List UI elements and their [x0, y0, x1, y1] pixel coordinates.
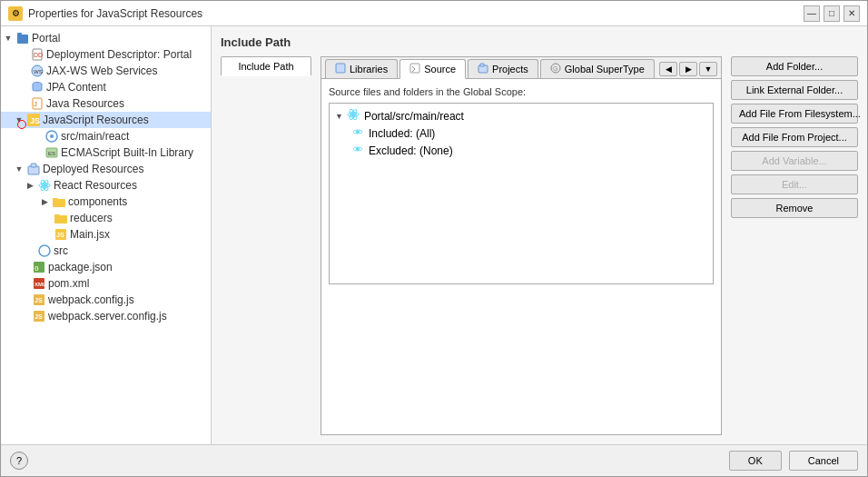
tree-item-portal[interactable]: ▼ Portal	[1, 30, 211, 46]
close-button[interactable]: ✕	[843, 5, 860, 22]
svg-rect-0	[17, 35, 28, 44]
tree-item-ecmascript[interactable]: ES ECMAScript Built-In Library	[1, 144, 211, 161]
tree-item-components[interactable]: ▶ components	[1, 194, 211, 210]
svg-rect-33	[410, 64, 419, 73]
tree-label: src/main/react	[61, 130, 129, 143]
tree-label: Main.jsx	[70, 228, 110, 241]
window-title: Properties for JavaScript Resources	[28, 7, 202, 20]
tabs-bar: Libraries Source Projects	[321, 57, 721, 79]
tree-item-java-resources[interactable]: J Java Resources	[1, 95, 211, 112]
expand-arrow	[19, 278, 30, 289]
xml-icon: XML	[32, 276, 46, 291]
expand-arrow	[32, 147, 43, 158]
scope-label: Source files and folders in the Global S…	[329, 86, 714, 97]
add-folder-button[interactable]: Add Folder...	[731, 56, 858, 76]
java-icon: J	[30, 96, 44, 111]
help-button[interactable]: ?	[10, 452, 28, 470]
svg-point-12	[50, 134, 54, 138]
tab-projects[interactable]: Projects	[468, 59, 538, 78]
project-tree: ▼ Portal DD Deployment Descriptor: Porta…	[1, 26, 212, 444]
expand-arrow	[17, 82, 28, 93]
expand-arrow: ▼	[14, 164, 25, 174]
tree-item-deployment-descriptor[interactable]: DD Deployment Descriptor: Portal	[1, 46, 211, 63]
svg-rect-16	[31, 164, 36, 167]
title-controls: — □ ✕	[804, 5, 860, 22]
cancel-button[interactable]: Cancel	[789, 451, 858, 471]
tree-item-main-jsx[interactable]: JS Main.jsx	[1, 226, 211, 243]
tab-more-button[interactable]: ▼	[699, 62, 717, 76]
tab-label: Projects	[492, 64, 528, 75]
tree-item-pom-xml[interactable]: XML pom.xml	[1, 275, 211, 292]
tab-libraries[interactable]: Libraries	[325, 59, 398, 78]
tree-item-package-json[interactable]: {} package.json	[1, 259, 211, 275]
webpack-server-icon: JS	[32, 309, 46, 323]
tree-item-jaxws[interactable]: WS JAX-WS Web Services	[1, 63, 211, 79]
svg-text:WS: WS	[34, 69, 43, 75]
file-tree-label: Included: (All)	[369, 127, 435, 140]
jpa-icon	[30, 80, 44, 94]
expand-arrow	[17, 65, 28, 76]
ecmascript-icon: ES	[44, 145, 59, 160]
svg-point-17	[43, 184, 46, 187]
tree-label: reducers	[70, 212, 113, 224]
tree-label: webpack.config.js	[48, 293, 134, 306]
tree-item-webpack-config[interactable]: JS webpack.config.js	[1, 292, 211, 308]
dialog-main-section: Libraries Source Projects	[321, 56, 722, 435]
tree-item-webpack-server-config[interactable]: JS webpack.server.config.js	[1, 308, 211, 324]
add-file-from-project-button[interactable]: Add File From Project...	[731, 127, 858, 147]
remove-button[interactable]: Remove	[731, 198, 858, 218]
react-src-icon	[347, 108, 360, 124]
tab-label: Libraries	[350, 64, 388, 75]
tab-forward-button[interactable]: ▶	[679, 62, 697, 76]
svg-text:{}: {}	[35, 265, 39, 271]
tree-item-deployed-resources[interactable]: ▼ Deployed Resources	[1, 161, 211, 177]
tree-label: pom.xml	[48, 277, 89, 290]
svg-text:JS: JS	[35, 313, 43, 320]
expand-arrow: ▼	[3, 33, 14, 44]
svg-text:ES: ES	[48, 151, 55, 156]
jsx-icon: JS	[54, 227, 68, 242]
tab-back-button[interactable]: ◀	[659, 62, 677, 76]
tab-label: Source	[424, 64, 456, 75]
source-file-tree: ▼ Portal/src/main/react	[329, 103, 714, 284]
file-tree-item-excluded[interactable]: Excluded: (None)	[333, 142, 709, 159]
tree-label: components	[68, 195, 127, 208]
expand-arrow	[17, 98, 28, 109]
tab-global-supertype[interactable]: G Global SuperType	[540, 59, 655, 78]
svg-text:G: G	[553, 65, 557, 72]
add-variable-button[interactable]: Add Variable...	[731, 151, 858, 171]
minimize-button[interactable]: —	[804, 5, 820, 22]
dialog-left-section: Include Path	[221, 56, 311, 435]
tree-item-jpa[interactable]: JPA Content	[1, 79, 211, 95]
properties-dialog: Include Path Include Path Libraries	[212, 26, 867, 444]
svg-text:J: J	[34, 101, 37, 107]
svg-text:JS: JS	[56, 232, 64, 238]
tree-item-javascript-resources[interactable]: ▼ JS JavaScript Resources	[1, 112, 211, 128]
expand-arrow	[32, 131, 43, 142]
webpack-icon: JS	[32, 293, 46, 307]
folder-icon	[54, 211, 68, 225]
content-area: ▼ Portal DD Deployment Descriptor: Porta…	[1, 26, 867, 444]
tree-item-src[interactable]: src	[1, 243, 211, 259]
tree-item-src-main-react[interactable]: src/main/react	[1, 128, 211, 144]
tab-source[interactable]: Source	[399, 59, 466, 79]
file-tree-item-included[interactable]: Included: (All)	[333, 124, 709, 142]
svg-text:JS: JS	[35, 297, 43, 303]
tree-item-react-resources[interactable]: ▶ React Resources	[1, 177, 211, 194]
bottom-bar: ? OK Cancel	[1, 444, 867, 476]
svg-point-23	[39, 245, 50, 256]
window-icon: ⚙	[8, 6, 23, 21]
source-tab-icon	[409, 63, 420, 75]
link-external-folder-button[interactable]: Link External Folder...	[731, 80, 858, 100]
expand-arrow	[41, 229, 52, 240]
ok-button[interactable]: OK	[729, 451, 782, 471]
projects-tab-icon	[478, 63, 488, 75]
include-path-button[interactable]: Include Path	[221, 56, 311, 76]
action-buttons: Add Folder... Link External Folder... Ad…	[731, 56, 858, 435]
add-file-from-filesystem-button[interactable]: Add File From Filesystem...	[731, 104, 858, 124]
file-tree-item-portal-src[interactable]: ▼ Portal/src/main/react	[333, 107, 709, 124]
maximize-button[interactable]: □	[824, 5, 840, 22]
edit-button[interactable]: Edit...	[731, 174, 858, 194]
expand-arrow	[19, 294, 30, 305]
tree-item-reducers[interactable]: reducers	[1, 210, 211, 226]
